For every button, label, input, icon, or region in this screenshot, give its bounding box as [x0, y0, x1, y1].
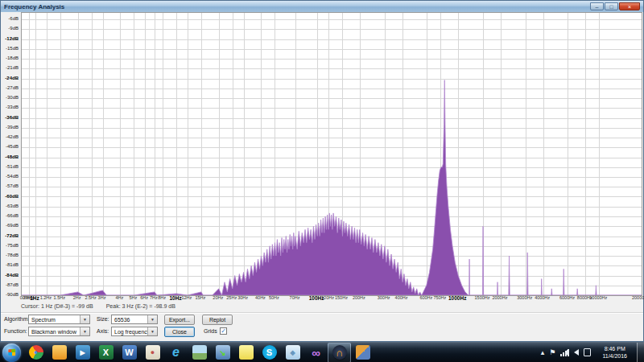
y-tick-label: -51dB — [6, 164, 19, 169]
taskbar-button-visual-studio[interactable]: ∞ — [304, 343, 328, 362]
sticky-notes-icon — [239, 345, 254, 360]
taskbar-button-sticky-notes[interactable] — [234, 343, 258, 362]
function-value: Blackman window — [31, 329, 76, 335]
export-button[interactable]: Export... — [164, 315, 195, 325]
mixed-app-icon — [356, 345, 370, 360]
y-tick-label: -33dB — [6, 105, 19, 109]
taskbar-button-blue-arrow-app[interactable]: ↘ — [211, 343, 234, 362]
show-desktop-button[interactable] — [637, 343, 644, 362]
x-tick-label: 600Hz — [419, 295, 432, 300]
start-button[interactable] — [2, 343, 21, 362]
window-title: Frequency Analysis — [4, 3, 590, 10]
device-icon[interactable] — [584, 348, 591, 356]
taskbar-button-word[interactable]: W — [118, 343, 141, 362]
y-tick-label: -72dB — [5, 233, 19, 238]
system-tray: ▴ ⚑ 8:46 PM 11/4/2016 — [541, 343, 644, 362]
spectrum-area — [22, 80, 642, 295]
chevron-down-icon: ▼ — [147, 315, 157, 323]
y-tick-label: -48dB — [5, 154, 19, 159]
size-value: 65536 — [114, 317, 130, 323]
replot-button[interactable]: Replot — [202, 315, 233, 325]
x-tick-label: 4Hz — [115, 295, 123, 300]
x-tick-label: 20000Hz — [632, 295, 644, 300]
y-tick-label: -84dB — [5, 273, 19, 278]
clock-time: 8:46 PM — [602, 345, 627, 352]
y-tick-label: -36dB — [5, 115, 19, 120]
algorithm-dropdown[interactable]: Spectrum ▼ — [28, 315, 90, 324]
function-dropdown[interactable]: Blackman window ▼ — [28, 327, 90, 336]
y-axis-db-labels: -6dB-9dB-12dB-15dB-18dB-21dB-24dB-27dB-3… — [1, 12, 20, 294]
x-tick-label: 150Hz — [335, 295, 348, 300]
axis-label: Axis: — [97, 328, 109, 334]
taskbar-button-mixed-app[interactable] — [351, 343, 374, 362]
y-tick-label: -57dB — [6, 183, 19, 188]
y-tick-label: -69dB — [6, 223, 19, 228]
y-tick-label: -78dB — [6, 253, 19, 257]
paint-icon: ● — [146, 345, 160, 360]
word-icon: W — [122, 345, 137, 360]
spectrum-plot[interactable] — [21, 12, 642, 296]
x-tick-label: 120Hz — [321, 295, 334, 300]
x-tick-label: 20Hz — [213, 295, 223, 300]
taskbar-button-audacity[interactable]: ∩ — [328, 343, 351, 362]
clock-date: 11/4/2016 — [602, 352, 627, 360]
axis-dropdown[interactable]: Log frequency ▼ — [111, 327, 158, 336]
x-tick-label: 6000Hz — [559, 295, 575, 300]
y-tick-label: -81dB — [6, 262, 19, 267]
audacity-icon: ∩ — [332, 345, 347, 360]
glass-app-icon: ◆ — [286, 345, 300, 360]
taskbar-button-glass-app[interactable]: ◆ — [281, 343, 304, 362]
y-tick-label: -66dB — [6, 213, 19, 218]
chrome-icon: ● — [29, 345, 43, 360]
x-tick-label: 12Hz — [181, 295, 192, 300]
peak-readout: Peak: 3 Hz (E-2) = -98.9 dB — [106, 303, 175, 309]
grids-label: Grids — [204, 328, 217, 334]
grids-checkbox[interactable]: ✓ — [220, 327, 227, 335]
cursor-readout: Cursor: 1 Hz (D#-3) = -99 dB — [21, 303, 93, 309]
x-tick-label: 5Hz — [129, 295, 137, 300]
x-tick-label: 8Hz — [158, 295, 166, 300]
taskbar: ●▶XW●e↘S◆∞∩ ▴ ⚑ 8:46 PM 11/4/2016 — [0, 342, 644, 362]
y-tick-label: -30dB — [6, 95, 19, 100]
x-tick-label: 6Hz — [140, 295, 148, 300]
size-dropdown[interactable]: 65536 ▼ — [111, 315, 158, 324]
skype-icon: S — [262, 345, 277, 360]
close-button[interactable]: Close — [164, 327, 195, 337]
y-tick-label: -60dB — [5, 194, 19, 199]
taskbar-button-photo-viewer[interactable] — [188, 343, 211, 362]
size-label: Size: — [97, 316, 109, 322]
hidden-icons-button[interactable]: ▴ — [541, 349, 545, 356]
y-tick-label: -21dB — [6, 65, 19, 70]
taskbar-button-orange-app[interactable] — [47, 343, 71, 362]
blue-arrow-app-icon: ↘ — [216, 345, 230, 360]
speaker-icon[interactable] — [574, 349, 579, 356]
x-tick-label: 40Hz — [255, 295, 266, 300]
taskbar-button-internet-explorer[interactable]: e — [164, 343, 188, 362]
y-tick-label: -6dB — [8, 16, 19, 21]
internet-explorer-icon: e — [169, 345, 184, 360]
chevron-down-icon: ▼ — [80, 327, 89, 335]
taskbar-button-paint[interactable]: ● — [141, 343, 164, 362]
minimize-button[interactable]: – — [590, 2, 604, 10]
algorithm-value: Spectrum — [31, 317, 56, 323]
function-label: Function: — [4, 328, 27, 334]
close-window-button[interactable]: × — [619, 2, 640, 10]
y-tick-label: -90dB — [6, 292, 19, 297]
x-tick-label: 50Hz — [269, 295, 279, 300]
x-tick-label: 2000Hz — [492, 295, 507, 300]
x-axis-frequency-labels: 0.8Hz0.9Hz1Hz1.2Hz1.5Hz2Hz2.5Hz3Hz4Hz5Hz… — [21, 295, 641, 302]
action-center-icon[interactable]: ⚑ — [549, 349, 555, 356]
x-tick-label: 30Hz — [237, 295, 248, 300]
title-bar[interactable]: Frequency Analysis – □ × — [1, 1, 643, 12]
taskbar-clock[interactable]: 8:46 PM 11/4/2016 — [602, 345, 627, 360]
x-tick-label: 200Hz — [353, 295, 365, 300]
taskbar-button-skype[interactable]: S — [258, 343, 281, 362]
spectrum-chart — [22, 13, 642, 295]
visual-studio-icon: ∞ — [309, 345, 324, 360]
taskbar-button-chrome[interactable]: ● — [24, 343, 47, 362]
chevron-down-icon: ▼ — [80, 315, 89, 323]
taskbar-button-media-player[interactable]: ▶ — [71, 343, 94, 362]
maximize-button[interactable]: □ — [605, 2, 618, 10]
taskbar-button-excel[interactable]: X — [94, 343, 118, 362]
excel-icon: X — [99, 345, 114, 360]
